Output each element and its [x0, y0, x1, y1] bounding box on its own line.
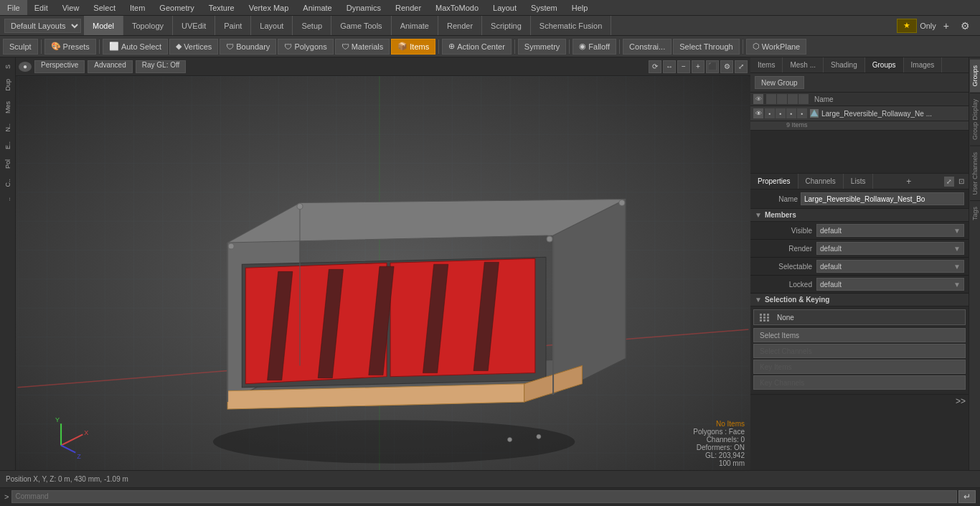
key-channels-button[interactable]: Key Channels [753, 375, 966, 390]
panel-expand-button[interactable]: >> [956, 396, 966, 406]
group-icon-2[interactable]: ▪ [776, 108, 786, 118]
render-dropdown[interactable]: default ▼ [816, 242, 964, 255]
group-list-row[interactable]: 👁 ▪ ▪ ▪ ▪ Large_Reversible_Rollaway_Ne .… [750, 106, 969, 121]
vp-ctrl-settings[interactable]: ⚙ [720, 60, 733, 73]
tool-dup[interactable]: Dup [3, 75, 13, 95]
presets-button[interactable]: 🎨 Presets [44, 39, 96, 55]
viewport-dot[interactable]: ● [19, 62, 32, 72]
polygons-button[interactable]: 🛡 Polygons [278, 39, 333, 55]
boundary-button[interactable]: 🛡 Boundary [220, 39, 276, 55]
menu-file[interactable]: File [0, 0, 27, 15]
menu-texture[interactable]: Texture [202, 0, 242, 15]
tool-c[interactable]: C.. [3, 174, 13, 192]
tab-scripting[interactable]: Scripting [482, 16, 531, 35]
menu-dynamics[interactable]: Dynamics [339, 0, 388, 15]
props-collapse[interactable]: ⊡ [954, 177, 969, 185]
menu-item[interactable]: Item [123, 0, 152, 15]
constrain-button[interactable]: Constrai... [623, 39, 672, 55]
add-tab-button[interactable]: + [939, 20, 953, 32]
items-button[interactable]: 📦 Items [391, 39, 435, 55]
tool-pol[interactable]: Pol [3, 155, 13, 173]
viewport[interactable]: ● Perspective Advanced Ray GL: Off ⟳ ↔ −… [16, 57, 750, 470]
menu-vertex-map[interactable]: Vertex Map [242, 0, 296, 15]
vtab-user-channels[interactable]: User Channels [970, 146, 980, 201]
selectable-dropdown[interactable]: default ▼ [816, 260, 964, 273]
vtab-groups[interactable]: Groups [970, 59, 980, 93]
action-center-button[interactable]: ⊕ Action Center [442, 39, 512, 55]
tool-extra[interactable]: .. [3, 193, 13, 205]
vp-ctrl-pan[interactable]: ↔ [663, 60, 676, 73]
tab-items[interactable]: Items [750, 57, 783, 72]
name-input[interactable] [801, 192, 964, 205]
workplane-button[interactable]: ⬡ WorkPlane [746, 39, 807, 55]
vp-ctrl-zoom-in[interactable]: + [692, 60, 705, 73]
symmetry-button[interactable]: Symmetry [518, 39, 567, 55]
tab-model[interactable]: Model [84, 16, 123, 35]
group-icon-4[interactable]: ▪ [797, 108, 807, 118]
menu-render[interactable]: Render [388, 0, 428, 15]
group-icon-1[interactable]: ▪ [765, 108, 775, 118]
select-items-button[interactable]: Select Items [753, 328, 966, 342]
menu-animate[interactable]: Animate [296, 0, 339, 15]
menu-edit[interactable]: Edit [27, 0, 55, 15]
menu-geometry[interactable]: Geometry [152, 0, 201, 15]
tab-layout[interactable]: Layout [251, 16, 293, 35]
tab-paint[interactable]: Paint [215, 16, 251, 35]
sel-keying-header[interactable]: ▼ Selection & Keying [750, 294, 969, 306]
tab-groups[interactable]: Groups [865, 57, 904, 72]
vp-ctrl-zoom-out[interactable]: − [677, 60, 690, 73]
props-tab-properties[interactable]: Properties [750, 174, 798, 189]
locked-dropdown[interactable]: default ▼ [816, 278, 964, 291]
tab-setup[interactable]: Setup [293, 16, 331, 35]
vp-ctrl-frame[interactable]: ⬛ [706, 60, 719, 73]
tab-uvedit[interactable]: UVEdit [173, 16, 215, 35]
tab-images[interactable]: Images [904, 57, 943, 72]
command-execute-button[interactable]: ↵ [958, 490, 976, 503]
settings-button[interactable]: ⚙ [956, 20, 974, 32]
menu-max-to-modo[interactable]: MaxToModo [428, 0, 486, 15]
props-tab-channels[interactable]: Channels [798, 174, 844, 189]
vertices-button[interactable]: ◆ Vertices [169, 39, 218, 55]
menu-system[interactable]: System [524, 0, 565, 15]
group-icon-3[interactable]: ▪ [786, 108, 796, 118]
group-eye-toggle[interactable]: 👁 [753, 108, 763, 118]
tab-render[interactable]: Render [438, 16, 482, 35]
vp-ctrl-expand[interactable]: ⤢ [735, 60, 748, 73]
menu-select[interactable]: Select [86, 0, 123, 15]
command-input[interactable] [11, 490, 957, 503]
props-tab-lists[interactable]: Lists [844, 174, 874, 189]
menu-help[interactable]: Help [565, 0, 595, 15]
props-expand-icon[interactable]: ⤢ [944, 177, 954, 187]
auto-select-button[interactable]: ⬜ Auto Select [103, 39, 168, 55]
materials-button[interactable]: 🛡 Materials [335, 39, 390, 55]
tab-schematic-fusion[interactable]: Schematic Fusion [531, 16, 611, 35]
tool-s[interactable]: S [3, 60, 13, 73]
star-button[interactable]: ★ [897, 19, 917, 33]
select-channels-button[interactable]: Select Channels [753, 344, 966, 358]
viewport-ray-gl[interactable]: Ray GL: Off [136, 60, 187, 73]
sculpt-button[interactable]: Sculpt [3, 39, 38, 55]
vtab-tags[interactable]: Tags [970, 200, 980, 226]
layout-select[interactable]: Default Layouts [4, 19, 81, 33]
tool-n[interactable]: N.. [3, 119, 13, 136]
tab-mesh[interactable]: Mesh ... [783, 57, 824, 72]
viewport-advanced[interactable]: Advanced [88, 60, 132, 73]
tab-topology[interactable]: Topology [123, 16, 173, 35]
vp-ctrl-orbit[interactable]: ⟳ [649, 60, 661, 73]
only-button[interactable]: Only [920, 22, 936, 30]
falloff-button[interactable]: ◉ Falloff [573, 39, 616, 55]
new-group-button[interactable]: New Group [755, 76, 804, 89]
members-section-header[interactable]: ▼ Members [750, 209, 969, 222]
select-through-button[interactable]: Select Through [673, 39, 739, 55]
tab-shading[interactable]: Shading [824, 57, 865, 72]
menu-view[interactable]: View [55, 0, 87, 15]
vtab-group-display[interactable]: Group Display [970, 93, 980, 146]
tool-e[interactable]: E.. [3, 137, 13, 154]
menu-layout[interactable]: Layout [486, 0, 524, 15]
tab-animate[interactable]: Animate [392, 16, 438, 35]
props-add-tab[interactable]: + [900, 177, 917, 187]
visible-dropdown[interactable]: default ▼ [816, 224, 964, 237]
key-items-button[interactable]: Key Items [753, 360, 966, 374]
tab-game-tools[interactable]: Game Tools [331, 16, 392, 35]
viewport-perspective[interactable]: Perspective [34, 60, 85, 73]
